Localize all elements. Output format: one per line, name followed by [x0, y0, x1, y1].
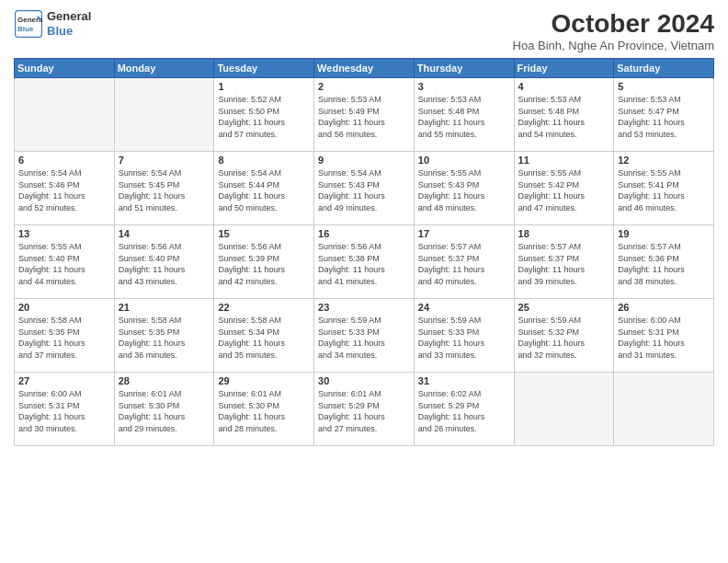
- day-number: 18: [518, 228, 610, 239]
- weekday-header: Sunday: [15, 59, 115, 78]
- day-info: Sunrise: 5:56 AM Sunset: 5:40 PM Dayligh…: [119, 241, 210, 287]
- calendar-cell: [114, 78, 214, 152]
- day-info: Sunrise: 5:53 AM Sunset: 5:48 PM Dayligh…: [418, 94, 510, 140]
- day-number: 31: [418, 375, 510, 386]
- weekday-header: Wednesday: [314, 59, 415, 78]
- day-number: 29: [218, 375, 310, 386]
- day-number: 5: [618, 81, 710, 92]
- day-number: 30: [318, 375, 410, 386]
- month-title: October 2024: [513, 9, 714, 39]
- day-number: 28: [119, 375, 210, 386]
- calendar-cell: 29Sunrise: 6:01 AM Sunset: 5:30 PM Dayli…: [214, 373, 314, 446]
- calendar-cell: 27Sunrise: 6:00 AM Sunset: 5:31 PM Dayli…: [15, 373, 115, 446]
- day-number: 8: [218, 155, 310, 166]
- day-number: 23: [318, 302, 410, 313]
- day-info: Sunrise: 5:58 AM Sunset: 5:35 PM Dayligh…: [18, 315, 110, 361]
- calendar-cell: 14Sunrise: 5:56 AM Sunset: 5:40 PM Dayli…: [114, 225, 214, 299]
- day-number: 22: [218, 302, 310, 313]
- day-number: 9: [318, 155, 410, 166]
- day-info: Sunrise: 6:02 AM Sunset: 5:29 PM Dayligh…: [418, 388, 510, 434]
- day-info: Sunrise: 5:52 AM Sunset: 5:50 PM Dayligh…: [218, 94, 310, 140]
- calendar-cell: 20Sunrise: 5:58 AM Sunset: 5:35 PM Dayli…: [15, 299, 115, 373]
- day-number: 10: [418, 155, 510, 166]
- calendar-cell: [15, 78, 115, 152]
- day-info: Sunrise: 6:01 AM Sunset: 5:30 PM Dayligh…: [218, 388, 310, 434]
- day-info: Sunrise: 5:57 AM Sunset: 5:37 PM Dayligh…: [518, 241, 610, 287]
- day-number: 4: [518, 81, 610, 92]
- calendar: SundayMondayTuesdayWednesdayThursdayFrid…: [14, 58, 714, 446]
- day-number: 26: [618, 302, 710, 313]
- calendar-week-row: 27Sunrise: 6:00 AM Sunset: 5:31 PM Dayli…: [15, 373, 714, 446]
- calendar-cell: 5Sunrise: 5:53 AM Sunset: 5:47 PM Daylig…: [614, 78, 714, 152]
- day-info: Sunrise: 5:54 AM Sunset: 5:45 PM Dayligh…: [119, 167, 210, 213]
- day-number: 24: [418, 302, 510, 313]
- calendar-cell: 9Sunrise: 5:54 AM Sunset: 5:43 PM Daylig…: [314, 152, 415, 225]
- calendar-cell: 6Sunrise: 5:54 AM Sunset: 5:46 PM Daylig…: [15, 152, 115, 225]
- calendar-cell: 8Sunrise: 5:54 AM Sunset: 5:44 PM Daylig…: [214, 152, 314, 225]
- logo: General Blue General Blue: [14, 9, 91, 39]
- weekday-header: Monday: [114, 59, 214, 78]
- calendar-cell: 22Sunrise: 5:58 AM Sunset: 5:34 PM Dayli…: [214, 299, 314, 373]
- calendar-cell: 26Sunrise: 6:00 AM Sunset: 5:31 PM Dayli…: [614, 299, 714, 373]
- weekday-header-row: SundayMondayTuesdayWednesdayThursdayFrid…: [15, 59, 714, 78]
- calendar-cell: 31Sunrise: 6:02 AM Sunset: 5:29 PM Dayli…: [414, 373, 514, 446]
- day-number: 7: [119, 155, 210, 166]
- subtitle: Hoa Binh, Nghe An Province, Vietnam: [513, 39, 714, 52]
- logo-icon: General Blue: [14, 9, 43, 39]
- calendar-cell: 15Sunrise: 5:56 AM Sunset: 5:39 PM Dayli…: [214, 225, 314, 299]
- day-info: Sunrise: 5:58 AM Sunset: 5:35 PM Dayligh…: [119, 315, 210, 361]
- calendar-cell: [514, 373, 614, 446]
- calendar-cell: 7Sunrise: 5:54 AM Sunset: 5:45 PM Daylig…: [114, 152, 214, 225]
- calendar-cell: 4Sunrise: 5:53 AM Sunset: 5:48 PM Daylig…: [514, 78, 614, 152]
- calendar-week-row: 6Sunrise: 5:54 AM Sunset: 5:46 PM Daylig…: [15, 152, 714, 225]
- calendar-cell: 11Sunrise: 5:55 AM Sunset: 5:42 PM Dayli…: [514, 152, 614, 225]
- calendar-cell: 2Sunrise: 5:53 AM Sunset: 5:49 PM Daylig…: [314, 78, 415, 152]
- day-info: Sunrise: 5:56 AM Sunset: 5:39 PM Dayligh…: [218, 241, 310, 287]
- day-info: Sunrise: 5:54 AM Sunset: 5:46 PM Dayligh…: [18, 167, 110, 213]
- calendar-cell: 3Sunrise: 5:53 AM Sunset: 5:48 PM Daylig…: [414, 78, 514, 152]
- day-number: 16: [318, 228, 410, 239]
- day-info: Sunrise: 5:59 AM Sunset: 5:33 PM Dayligh…: [418, 315, 510, 361]
- day-info: Sunrise: 5:55 AM Sunset: 5:43 PM Dayligh…: [418, 167, 510, 213]
- calendar-cell: 17Sunrise: 5:57 AM Sunset: 5:37 PM Dayli…: [414, 225, 514, 299]
- weekday-header: Saturday: [614, 59, 714, 78]
- day-info: Sunrise: 5:57 AM Sunset: 5:37 PM Dayligh…: [418, 241, 510, 287]
- day-info: Sunrise: 5:53 AM Sunset: 5:47 PM Dayligh…: [618, 94, 710, 140]
- day-number: 17: [418, 228, 510, 239]
- day-info: Sunrise: 5:53 AM Sunset: 5:49 PM Dayligh…: [318, 94, 410, 140]
- day-info: Sunrise: 5:57 AM Sunset: 5:36 PM Dayligh…: [618, 241, 710, 287]
- day-number: 1: [218, 81, 310, 92]
- calendar-cell: [614, 373, 714, 446]
- day-info: Sunrise: 5:55 AM Sunset: 5:41 PM Dayligh…: [618, 167, 710, 213]
- day-info: Sunrise: 6:00 AM Sunset: 5:31 PM Dayligh…: [618, 315, 710, 361]
- header: General Blue General Blue October 2024 H…: [14, 9, 714, 52]
- day-info: Sunrise: 6:01 AM Sunset: 5:30 PM Dayligh…: [119, 388, 210, 434]
- day-number: 12: [618, 155, 710, 166]
- logo-text: General Blue: [47, 9, 91, 38]
- calendar-cell: 16Sunrise: 5:56 AM Sunset: 5:38 PM Dayli…: [314, 225, 415, 299]
- calendar-cell: 13Sunrise: 5:55 AM Sunset: 5:40 PM Dayli…: [15, 225, 115, 299]
- calendar-cell: 30Sunrise: 6:01 AM Sunset: 5:29 PM Dayli…: [314, 373, 415, 446]
- calendar-week-row: 13Sunrise: 5:55 AM Sunset: 5:40 PM Dayli…: [15, 225, 714, 299]
- day-number: 14: [119, 228, 210, 239]
- page: General Blue General Blue October 2024 H…: [0, 0, 728, 563]
- calendar-cell: 25Sunrise: 5:59 AM Sunset: 5:32 PM Dayli…: [514, 299, 614, 373]
- calendar-cell: 12Sunrise: 5:55 AM Sunset: 5:41 PM Dayli…: [614, 152, 714, 225]
- day-info: Sunrise: 5:59 AM Sunset: 5:33 PM Dayligh…: [318, 315, 410, 361]
- day-info: Sunrise: 5:55 AM Sunset: 5:42 PM Dayligh…: [518, 167, 610, 213]
- day-info: Sunrise: 6:01 AM Sunset: 5:29 PM Dayligh…: [318, 388, 410, 434]
- calendar-week-row: 1Sunrise: 5:52 AM Sunset: 5:50 PM Daylig…: [15, 78, 714, 152]
- weekday-header: Friday: [514, 59, 614, 78]
- day-number: 19: [618, 228, 710, 239]
- day-info: Sunrise: 5:58 AM Sunset: 5:34 PM Dayligh…: [218, 315, 310, 361]
- day-number: 6: [18, 155, 110, 166]
- day-info: Sunrise: 5:59 AM Sunset: 5:32 PM Dayligh…: [518, 315, 610, 361]
- day-number: 2: [318, 81, 410, 92]
- calendar-cell: 18Sunrise: 5:57 AM Sunset: 5:37 PM Dayli…: [514, 225, 614, 299]
- day-info: Sunrise: 5:55 AM Sunset: 5:40 PM Dayligh…: [18, 241, 110, 287]
- day-number: 20: [18, 302, 110, 313]
- calendar-cell: 1Sunrise: 5:52 AM Sunset: 5:50 PM Daylig…: [214, 78, 314, 152]
- day-info: Sunrise: 6:00 AM Sunset: 5:31 PM Dayligh…: [18, 388, 110, 434]
- title-block: October 2024 Hoa Binh, Nghe An Province,…: [513, 9, 714, 52]
- calendar-cell: 10Sunrise: 5:55 AM Sunset: 5:43 PM Dayli…: [414, 152, 514, 225]
